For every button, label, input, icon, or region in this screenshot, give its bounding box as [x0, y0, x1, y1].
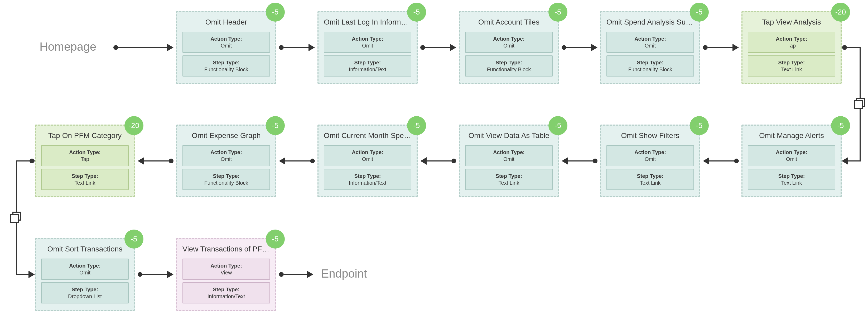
score-badge: -5 [266, 3, 285, 22]
action-type-field: Action Type:View [182, 259, 270, 280]
field-label: Step Type: [185, 286, 267, 293]
connector [420, 157, 456, 165]
connector-dot [562, 45, 566, 50]
step-type-field: Step Type:Functionality Block [182, 169, 270, 190]
card-title: Omit View Data As Table [465, 130, 553, 141]
connector [113, 44, 174, 51]
score-badge: -5 [690, 116, 709, 135]
action-type-field: Action Type:Tap [41, 145, 129, 166]
step-type-field: Step Type:Information/Text [324, 55, 411, 77]
field-label: Step Type: [327, 59, 409, 66]
connector [562, 157, 597, 165]
step-type-field: Step Type:Text Link [607, 169, 694, 190]
card-title: Omit Account Tiles [465, 17, 553, 27]
flow-step-card[interactable]: Omit Sort TransactionsAction Type:OmitSt… [35, 238, 135, 311]
connector-dot [734, 159, 739, 163]
flow-step-card[interactable]: Omit Last Log In InformationAction Type:… [317, 11, 417, 84]
flow-step-card[interactable]: Omit Current Month Spendin…Action Type:O… [317, 125, 417, 198]
card-title: Omit Current Month Spendin… [324, 130, 411, 141]
score-badge: -5 [831, 116, 850, 135]
score-badge: -5 [549, 3, 567, 22]
page-transition-icon [854, 98, 866, 110]
field-label: Action Type: [468, 149, 550, 156]
field-value: Omit [44, 269, 126, 276]
connector-line [709, 160, 734, 161]
action-type-field: Action Type:Omit [324, 145, 411, 166]
flow-step-card[interactable]: Omit Spend Analysis Summar…Action Type:O… [600, 11, 700, 84]
field-value: Omit [468, 156, 550, 162]
flow-step-card[interactable]: Omit Account TilesAction Type:OmitStep T… [459, 11, 559, 84]
field-label: Action Type: [468, 35, 550, 42]
step-type-field: Step Type:Functionality Block [607, 55, 694, 77]
connector [279, 157, 315, 165]
card-title: Omit Header [182, 17, 270, 27]
flow-step-card[interactable]: Omit Manage AlertsAction Type:OmitStep T… [741, 125, 842, 198]
connector-arrow [703, 157, 709, 165]
connector-arrow [420, 157, 427, 165]
connector-dot [169, 159, 174, 163]
score-badge: -5 [549, 116, 567, 135]
field-value: Omit [185, 156, 267, 162]
connector-arrow [167, 271, 174, 278]
field-value: Tap [750, 42, 833, 49]
card-title: Omit Expense Graph [182, 130, 270, 141]
connector [703, 157, 739, 165]
field-value: Text Link [609, 179, 691, 186]
connector-arrow [279, 157, 285, 165]
action-type-field: Action Type:Omit [182, 145, 270, 166]
start-label: Homepage [39, 40, 96, 53]
field-value: Omit [327, 156, 409, 162]
field-value: Functionality Block [185, 66, 267, 73]
flow-step-card[interactable]: Omit View Data As TableAction Type:OmitS… [459, 125, 559, 198]
connector-dot [113, 45, 118, 50]
flow-step-card[interactable]: Omit Show FiltersAction Type:OmitStep Ty… [600, 125, 700, 198]
connector-dot [137, 272, 143, 277]
flow-step-card[interactable]: Omit HeaderAction Type:OmitStep Type:Fun… [176, 11, 276, 84]
flow-step-card[interactable]: Tap View AnalysisAction Type:TapStep Typ… [741, 11, 842, 84]
field-value: Information/Text [327, 179, 409, 186]
field-value: Omit [327, 42, 409, 49]
action-type-field: Action Type:Omit [465, 32, 553, 53]
field-label: Action Type: [185, 262, 267, 269]
flow-step-card[interactable]: Omit Expense GraphAction Type:OmitStep T… [176, 125, 276, 198]
score-badge: -5 [266, 116, 285, 135]
action-type-field: Action Type:Omit [465, 145, 553, 166]
connector-line [425, 47, 450, 48]
action-type-field: Action Type:Omit [41, 259, 129, 280]
step-type-field: Step Type:Functionality Block [182, 55, 270, 77]
card-title: Omit Show Filters [607, 130, 694, 141]
connector [279, 271, 313, 278]
score-badge: -5 [266, 230, 285, 248]
action-type-field: Action Type:Omit [182, 32, 270, 53]
card-title: View Transactions of PFM C… [182, 244, 270, 254]
page-transition-icon [10, 212, 23, 224]
field-value: Text Link [750, 66, 833, 73]
field-label: Step Type: [468, 173, 550, 179]
flow-step-card[interactable]: View Transactions of PFM C…Action Type:V… [176, 238, 276, 311]
field-value: Information/Text [327, 66, 409, 73]
connector-dot [420, 45, 425, 50]
field-value: View [185, 269, 267, 276]
field-value: Functionality Block [468, 66, 550, 73]
field-label: Action Type: [327, 35, 409, 42]
connector-arrow [733, 44, 739, 51]
field-label: Step Type: [185, 173, 267, 179]
score-badge: -20 [831, 3, 850, 22]
field-label: Action Type: [327, 149, 409, 156]
connector [137, 271, 174, 278]
field-label: Step Type: [185, 59, 267, 66]
field-value: Omit [750, 156, 833, 162]
score-badge: -5 [124, 230, 144, 248]
connector-dot [593, 159, 597, 163]
field-value: Information/Text [185, 293, 267, 300]
score-badge: -5 [407, 3, 426, 22]
connector-line [285, 160, 310, 161]
field-label: Action Type: [609, 35, 691, 42]
flow-step-card[interactable]: Tap On PFM CategoryAction Type:TapStep T… [35, 125, 135, 198]
field-label: Step Type: [327, 173, 409, 179]
field-value: Tap [44, 156, 126, 162]
connector-line [708, 47, 733, 48]
field-value: Omit [468, 42, 550, 49]
score-badge: -5 [407, 116, 426, 135]
field-label: Step Type: [609, 173, 691, 179]
